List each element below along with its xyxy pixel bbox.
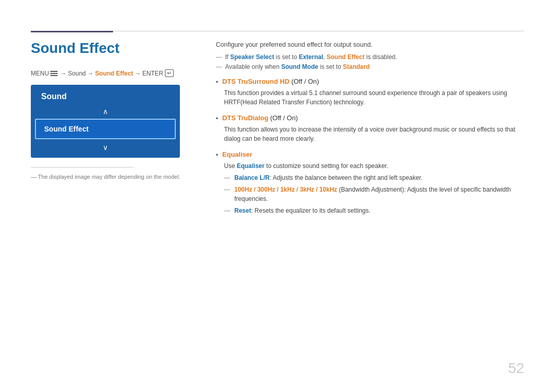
bullet-item-1: • DTS TruSurround HD (Off / On) This fun… (216, 78, 524, 107)
bullet-dot-2: • (216, 115, 218, 122)
arrow1: → (60, 70, 66, 77)
sub-bullet-balance: Balance L/R: Adjusts the balance between… (224, 173, 524, 182)
warning-line-2: Available only when Sound Mode is set to… (216, 63, 524, 70)
page-title: Sound Effect (31, 40, 195, 57)
bullet1-header: • DTS TruSurround HD (Off / On) (216, 78, 524, 86)
left-divider (31, 167, 134, 167)
page-container: Sound Effect MENU → Sound → Sound Effect… (0, 0, 555, 392)
up-arrow-icon: ∧ (103, 107, 108, 116)
bullet3-subs: Balance L/R: Adjusts the balance between… (224, 173, 524, 215)
bullet1-title: DTS TruSurround HD (Off / On) (223, 78, 319, 85)
enter-icon: ↵ (165, 69, 174, 77)
bullet2-options: (Off / On) (270, 114, 298, 122)
sub2-text: 100Hz / 300Hz / 1kHz / 3kHz / 10kHz (Ban… (234, 185, 524, 203)
bullet-item-2: • DTS TruDialog (Off / On) This function… (216, 114, 524, 143)
page-number: 52 (508, 360, 524, 377)
warning2-text: Available only when Sound Mode is set to… (225, 63, 369, 70)
bullet-dot-3: • (216, 151, 218, 159)
sound-mode-label: Sound Mode (281, 63, 318, 70)
left-accent (31, 31, 113, 32)
breadcrumb-enter: ENTER (142, 70, 163, 77)
sub-bullet-bandwidth: 100Hz / 300Hz / 1kHz / 3kHz / 10kHz (Ban… (224, 185, 524, 203)
warning1-text: If Speaker Select is set to External, So… (225, 53, 397, 61)
speaker-select-label: Speaker Select (230, 53, 274, 61)
sub-bullet-reset: Reset: Resets the equalizer to its defau… (224, 206, 524, 215)
model-note: The displayed image may differ depending… (31, 174, 195, 180)
bullet3-header: • Equaliser (216, 151, 524, 159)
external-label: External (299, 53, 323, 61)
bullet1-body: This function provides a virtual 5.1 cha… (224, 88, 524, 107)
bullet-item-3: • Equaliser Use Equaliser to customize s… (216, 151, 524, 215)
intro-text: Configure your preferred sound effect fo… (216, 41, 524, 48)
bullet3-intro: Use Equaliser to customize sound setting… (224, 161, 524, 171)
bullet-dot-1: • (216, 78, 218, 86)
standard-label: Standard (343, 63, 369, 70)
arrow3: → (135, 70, 141, 77)
breadcrumb-sound-effect: Sound Effect (95, 70, 133, 77)
breadcrumb-sound: Sound (68, 70, 86, 77)
tv-menu-header: Sound (31, 85, 180, 105)
bullet-section: • DTS TruSurround HD (Off / On) This fun… (216, 78, 524, 215)
bullet2-header: • DTS TruDialog (Off / On) (216, 114, 524, 122)
bullet1-options: (Off / On) (291, 78, 319, 85)
reset-label: Reset (234, 207, 251, 214)
menu-icon (50, 71, 58, 76)
menu-label: MENU (31, 70, 49, 77)
warning-line-1: If Speaker Select is set to External, So… (216, 53, 524, 61)
tv-menu-down[interactable]: ∨ (31, 140, 180, 158)
sub3-text: Reset: Resets the equalizer to its defau… (234, 206, 371, 215)
left-panel: Sound Effect MENU → Sound → Sound Effect… (31, 40, 195, 222)
equaliser-label: Equaliser (223, 151, 253, 158)
bandwidth-label: 100Hz / 300Hz / 1kHz / 3kHz / 10kHz (234, 186, 337, 193)
balance-label: Balance L/R (234, 174, 270, 181)
dts-trudialog-label: DTS TruDialog (223, 114, 269, 122)
down-arrow-icon: ∨ (103, 143, 108, 152)
tv-menu-selected-item[interactable]: Sound Effect (35, 119, 176, 139)
tv-menu-up[interactable]: ∧ (31, 105, 180, 118)
tv-menu: Sound ∧ Sound Effect ∨ (31, 85, 180, 158)
sound-effect-warn-label: Sound Effect (326, 53, 364, 61)
equaliser-inline-label: Equaliser (237, 162, 265, 170)
breadcrumb: MENU → Sound → Sound Effect → ENTER ↵ (31, 69, 195, 77)
dts-trusurround-label: DTS TruSurround HD (223, 78, 290, 85)
bullet2-body: This function allows you to increase the… (224, 125, 524, 143)
right-panel: Configure your preferred sound effect fo… (216, 40, 524, 222)
arrow2: → (87, 70, 94, 77)
sub1-text: Balance L/R: Adjusts the balance between… (234, 173, 422, 182)
bullet2-title: DTS TruDialog (Off / On) (223, 114, 298, 122)
